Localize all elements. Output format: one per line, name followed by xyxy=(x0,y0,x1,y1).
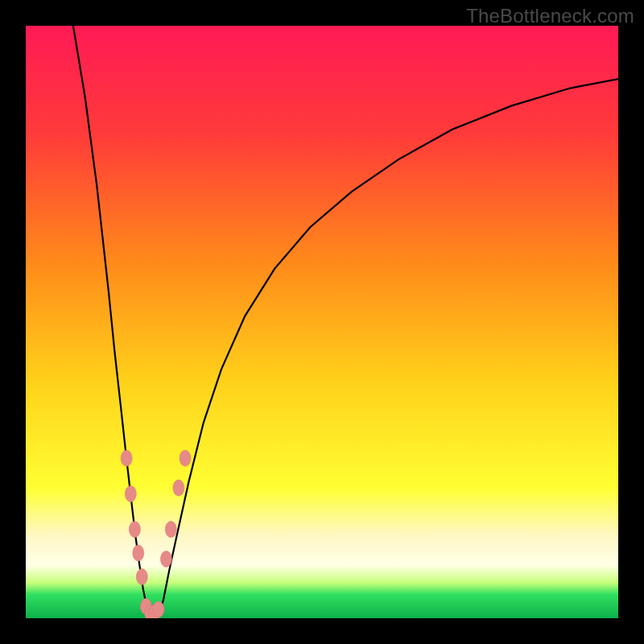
data-marker xyxy=(125,485,136,502)
chart-frame: TheBottleneck.com xyxy=(0,0,644,644)
chart-svg xyxy=(26,26,618,618)
data-marker xyxy=(133,545,144,561)
data-marker xyxy=(129,522,140,538)
marker-group xyxy=(121,450,191,618)
data-marker xyxy=(136,569,147,585)
data-marker xyxy=(121,450,132,466)
data-marker xyxy=(153,601,164,617)
data-marker xyxy=(180,450,191,466)
data-marker xyxy=(165,522,176,538)
data-marker xyxy=(160,551,171,567)
plot-area xyxy=(26,26,618,618)
watermark-text: TheBottleneck.com xyxy=(466,5,634,27)
data-marker xyxy=(173,480,184,496)
curve-right-branch xyxy=(159,79,618,612)
